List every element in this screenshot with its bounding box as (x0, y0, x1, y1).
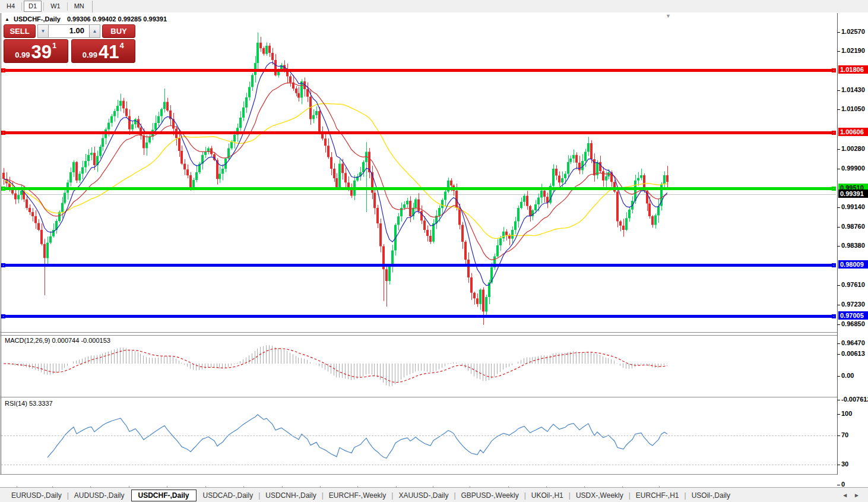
price-axis-tick-mark (837, 324, 840, 325)
macd-axis-tick-mark (837, 376, 840, 377)
chart-tab-eurusd-daily[interactable]: EURUSD-,Daily (5, 490, 68, 501)
chart-left-border (1, 13, 1, 475)
chart-shift-marker-icon[interactable]: ▼ (666, 14, 671, 19)
price-axis-tick-mark (837, 109, 840, 110)
price-axis-tick: 1.01050 (841, 105, 865, 112)
price-axis-tick: 0.97230 (841, 301, 865, 308)
line-handle[interactable] (1, 314, 5, 318)
chart-tab-audusd-daily[interactable]: AUDUSD-,Daily (68, 490, 131, 501)
tab-scroll-right-icon[interactable]: ► (854, 492, 860, 498)
line-handle[interactable] (1, 263, 5, 267)
horizontal-line[interactable] (1, 187, 836, 190)
volume-decrease-button[interactable]: ▼ (37, 24, 49, 38)
volume-input[interactable]: 1.00 (49, 24, 89, 38)
rsi-level-line (1, 465, 836, 465)
chart-tab-xauusd-daily[interactable]: XAUUSD-,Daily (392, 490, 455, 501)
line-handle[interactable] (832, 131, 836, 135)
timeframe-button-w1[interactable]: W1 (46, 1, 65, 12)
macd-rsi-separator[interactable] (0, 397, 837, 397)
chart-tab-gbpusd-weekly[interactable]: GBPUSD-,Weekly (455, 490, 525, 501)
rsi-axis-tick-mark (837, 435, 840, 436)
price-axis-tick-mark (837, 285, 840, 286)
volume-increase-button[interactable]: ▲ (89, 24, 100, 38)
sell-price-pips: 39 (31, 43, 52, 61)
chart-tab-usdcad-daily[interactable]: USDCAD-,Daily (197, 490, 260, 501)
horizontal-line[interactable] (1, 264, 836, 267)
tab-scroll-left-icon[interactable]: ◄ (842, 492, 848, 498)
chart-canvas (0, 12, 868, 487)
horizontal-line[interactable] (1, 315, 836, 318)
timeframe-button-h4[interactable]: H4 (2, 1, 20, 12)
chevron-down-icon: ▼ (41, 29, 46, 34)
rsi-axis-tick-mark (837, 414, 840, 415)
buy-button[interactable]: BUY (102, 24, 135, 38)
chart-tab-ukoil-h1[interactable]: UKOil-,H1 (525, 490, 570, 501)
chart-tab-usdchf-daily[interactable]: USDCHF-,Daily (131, 490, 197, 501)
line-handle[interactable] (832, 68, 836, 72)
price-axis-tick: 0.99140 (841, 203, 865, 210)
line-handle[interactable] (1, 131, 5, 135)
chart-tab-eurchf-h1[interactable]: EURCHF-,H1 (629, 490, 686, 501)
candlestick-bodies-bear (2, 43, 669, 312)
tabs-holder: EURUSD-,Daily|AUDUSD-,DailyUSDCHF-,Daily… (5, 490, 737, 501)
volume-stepper: ▼ 1.00 ▲ (37, 24, 100, 38)
chevron-up-icon: ▲ (93, 29, 97, 34)
rsi-axis-tick-mark (837, 465, 840, 465)
timeframe-toolbar: H4D1W1MN (0, 0, 868, 13)
line-handle[interactable] (832, 314, 836, 318)
main-macd-separator[interactable] (0, 332, 837, 333)
line-handle-dot (834, 132, 834, 133)
line-handle-dot (834, 70, 834, 71)
timeframe-button-d1[interactable]: D1 (24, 1, 42, 12)
macd-axis-tick-mark (837, 354, 840, 355)
line-handle[interactable] (1, 68, 5, 72)
macd-axis-tick: 0.00 (841, 372, 854, 379)
price-axis-tick: 0.98760 (841, 223, 865, 230)
line-handle[interactable] (832, 263, 836, 267)
macd-histogram (4, 345, 667, 386)
chart-tab-usdx-weekly[interactable]: USDX-,Weekly (569, 490, 630, 501)
macd-indicator-label: MACD(12,26,9) 0.000744 -0.000153 (5, 337, 110, 344)
rsi-axis-tick: 30 (841, 460, 848, 468)
line-handle[interactable] (1, 187, 5, 191)
price-axis-tick-mark (837, 32, 840, 33)
chart-tab-usoil-daily[interactable]: USOil-,Daily (685, 490, 737, 501)
chart-tab-usdcnh-daily[interactable]: USDCNH-,Daily (259, 490, 322, 501)
chart-right-border (837, 13, 838, 475)
line-handle-dot (3, 316, 4, 317)
price-axis-tick-mark (837, 169, 840, 169)
sell-price-display[interactable]: 0.99 39 1 (4, 39, 68, 63)
price-axis-tick: 0.98380 (841, 242, 865, 249)
line-handle-dot (3, 70, 4, 71)
sell-price-point: 1 (52, 41, 56, 50)
title-collapse-icon[interactable]: ▲ (5, 17, 9, 22)
price-level-badge: 1.01806 (838, 65, 868, 74)
horizontal-line[interactable] (1, 131, 836, 134)
rsi-indicator-label: RSI(14) 53.3337 (5, 400, 53, 407)
moving-average-medium (4, 83, 667, 260)
price-axis-tick-mark (837, 305, 840, 305)
terminal-window: H4D1W1MN ▲ USDCHF-,Daily 0.99306 0.99402… (0, 0, 868, 502)
buy-price-display[interactable]: 0.99 41 4 (71, 39, 136, 63)
candlestick-bodies-bull (17, 43, 666, 312)
chart-tab-eurchf-weekly[interactable]: EURCHF-,Weekly (322, 490, 392, 501)
price-axis-tick-mark (837, 343, 840, 344)
chart-window[interactable]: ▲ USDCHF-,Daily 0.99306 0.99402 0.99285 … (0, 12, 868, 487)
macd-axis-tick: 0.00613 (841, 350, 865, 357)
macd-signal-line (4, 349, 667, 383)
chart-ohlc-values: 0.99306 0.99402 0.99285 0.99391 (67, 15, 167, 23)
rsi-level-line (1, 435, 836, 436)
toolbar-separator (43, 2, 44, 11)
horizontal-line[interactable] (1, 69, 836, 72)
price-axis-tick-mark (837, 227, 840, 228)
line-handle[interactable] (832, 187, 836, 191)
sell-price-prefix: 0.99 (15, 50, 30, 59)
timeframe-button-mn[interactable]: MN (69, 1, 89, 12)
price-level-badge: 0.98009 (838, 260, 868, 269)
chart-tab-bar: EURUSD-,Daily|AUDUSD-,DailyUSDCHF-,Daily… (0, 487, 868, 502)
price-axis-tick: 0.96470 (841, 339, 865, 346)
current-price-badge: 0.99391 (838, 190, 868, 198)
sell-button[interactable]: SELL (4, 24, 36, 38)
rsi-axis-tick: 70 (841, 431, 848, 438)
line-handle-dot (834, 316, 834, 317)
